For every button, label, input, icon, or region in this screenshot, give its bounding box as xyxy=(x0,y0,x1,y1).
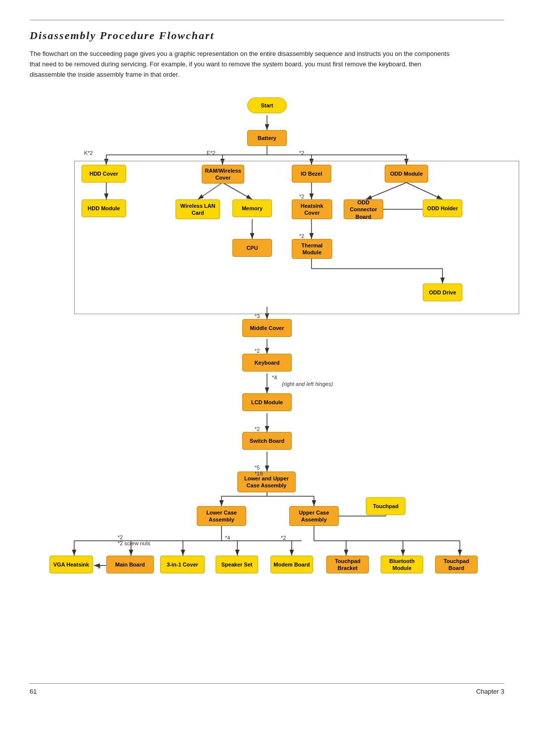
label-s2-2: *2 xyxy=(299,193,304,199)
node-lower-upper-case: Lower and Upper Case Assembly xyxy=(237,472,296,492)
label-s2-modem: *2 xyxy=(281,535,286,541)
node-vga-heatsink: VGA Heatsink xyxy=(49,556,93,573)
label-s3-vga: *3 xyxy=(95,564,100,569)
node-touchpad: Touchpad xyxy=(366,497,405,515)
footer-right: Chapter 3 xyxy=(476,688,504,695)
node-middle-cover: Middle Cover xyxy=(242,319,292,337)
node-bluetooth-module: Bluetooth Module xyxy=(381,556,423,573)
node-main-board: Main Board xyxy=(106,556,154,573)
node-io-bezel: IO Bezel xyxy=(292,165,331,183)
node-lower-case: Lower Case Assembly xyxy=(197,506,246,526)
label-s3: *3 xyxy=(255,313,260,319)
label-s2-4: *2 xyxy=(255,348,260,354)
description: The flowchart on the succeeding page giv… xyxy=(30,49,455,80)
node-touchpad-bracket: Touchpad Bracket xyxy=(326,556,369,573)
node-hdd-module: HDD Module xyxy=(82,199,126,217)
node-keyboard: Keyboard xyxy=(242,354,292,372)
node-upper-case: Upper Case Assembly xyxy=(289,506,339,526)
label-s2-3: *2 xyxy=(299,233,304,239)
label-s5: *5 xyxy=(255,465,260,471)
label-k2: K*2 xyxy=(84,150,93,156)
node-switch-board: Switch Board xyxy=(242,432,292,450)
node-odd-holder: ODD Holder xyxy=(423,199,462,217)
label-s2-main: *2 xyxy=(118,534,123,540)
node-battery: Battery xyxy=(247,130,287,146)
node-wireless-lan: Wireless LAN Card xyxy=(176,199,220,219)
node-lcd-module: LCD Module xyxy=(242,393,292,411)
page-footer: 61 Chapter 3 xyxy=(30,683,504,695)
label-s4: *4 xyxy=(272,375,277,380)
footer-left: 61 xyxy=(30,688,37,695)
node-3in1-cover: 3-in-1 Cover xyxy=(160,556,205,573)
page: Disassembly Procedure Flowchart The flow… xyxy=(0,0,534,705)
label-s2-nuts: *2 screw nuts xyxy=(118,540,150,546)
node-thermal-module: Thermal Module xyxy=(292,239,332,259)
label-e2: E*2 xyxy=(207,150,216,156)
node-odd-connector: ODD Connector Board xyxy=(344,199,383,219)
node-speaker-set: Speaker Set xyxy=(216,556,258,573)
node-hdd-cover: HDD Cover xyxy=(82,165,126,183)
section-title: Disassembly Procedure Flowchart xyxy=(30,29,504,42)
node-odd-module: ODD Module xyxy=(385,165,428,183)
node-cpu: CPU xyxy=(232,239,272,257)
label-s4b: *4 xyxy=(225,535,230,541)
label-s2-5: *2 xyxy=(255,426,260,432)
node-touchpad-board: Touchpad Board xyxy=(435,556,478,573)
flowchart: Start Battery K*2 E*2 *2 HDD Cover RAM/W… xyxy=(30,92,504,685)
node-ram-wireless-cover: RAM/Wireless Cover xyxy=(202,165,244,184)
label-s2-1: *2 xyxy=(299,150,304,156)
node-heatsink-cover: Heatsink Cover xyxy=(292,199,332,219)
node-modem-board: Modem Board xyxy=(270,556,313,573)
top-border xyxy=(30,20,504,20)
node-start: Start xyxy=(247,97,287,113)
node-memory: Memory xyxy=(232,199,272,217)
node-odd-drive: ODD Drive xyxy=(423,284,462,301)
label-s18: *18 xyxy=(255,471,263,476)
label-hinges: (right and left hinges) xyxy=(282,381,333,387)
